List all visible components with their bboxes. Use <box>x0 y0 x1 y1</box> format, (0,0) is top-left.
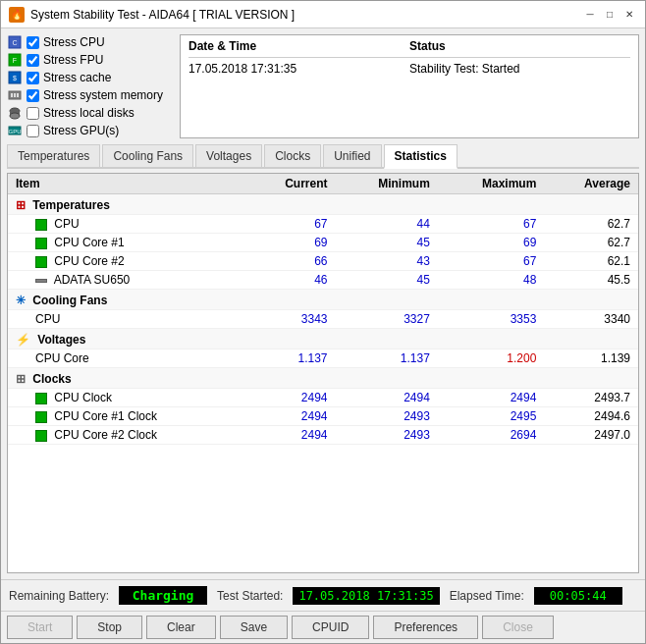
table-row: CPU Core 1.137 1.137 1.200 1.139 <box>8 349 638 368</box>
window-title: System Stability Test - AIDA64 [ TRIAL V… <box>30 8 295 22</box>
svg-text:F: F <box>13 57 17 64</box>
stress-cpu-checkbox[interactable] <box>27 36 39 49</box>
checkboxes-panel: C Stress CPU F Stress FPU $ <box>7 34 174 138</box>
window-controls[interactable]: ─ □ ✕ <box>582 7 637 23</box>
core1-clock-average: 2494.6 <box>544 407 638 426</box>
col-current: Current <box>246 174 335 194</box>
gpu-icon: GPU <box>7 123 23 138</box>
sysmem-icon <box>7 87 23 103</box>
status-test-value: Stability Test: Started <box>409 62 630 76</box>
battery-value: Charging <box>119 586 207 605</box>
col-item: Item <box>8 174 246 194</box>
clear-button[interactable]: Clear <box>146 616 216 639</box>
minimize-button[interactable]: ─ <box>582 7 598 23</box>
tab-cooling-fans[interactable]: Cooling Fans <box>102 144 193 167</box>
tab-statistics[interactable]: Statistics <box>384 144 458 169</box>
preferences-button[interactable]: Preferences <box>373 616 478 639</box>
cpu-icon: C <box>7 34 23 50</box>
core2-maximum: 67 <box>438 252 544 271</box>
tab-unified[interactable]: Unified <box>323 144 381 167</box>
status-bar: Remaining Battery: Charging Test Started… <box>1 579 645 611</box>
core1-minimum: 45 <box>335 234 437 252</box>
fan-maximum: 3353 <box>438 310 544 329</box>
svg-text:GPU: GPU <box>8 129 21 134</box>
volt-minimum: 1.137 <box>335 349 437 368</box>
svg-rect-7 <box>11 93 13 97</box>
section-voltages: ⚡ Voltages <box>8 329 638 349</box>
maximize-button[interactable]: □ <box>602 7 618 23</box>
svg-rect-9 <box>17 93 19 97</box>
status-datetime-value: 17.05.2018 17:31:35 <box>188 62 409 76</box>
table-row: CPU Core #2 Clock 2494 2493 2694 2497.0 <box>8 426 638 445</box>
core1-clock-maximum: 2495 <box>438 407 544 426</box>
adata-average: 45.5 <box>544 271 638 290</box>
stress-fpu-label: Stress FPU <box>43 53 103 67</box>
item-core1-clock: CPU Core #1 Clock <box>8 407 246 426</box>
checkbox-stress-cache[interactable]: $ Stress cache <box>7 70 174 85</box>
fan-current: 3343 <box>246 310 335 329</box>
cpuid-button[interactable]: CPUID <box>292 616 369 639</box>
table-row: CPU Core #1 69 45 69 62.7 <box>8 234 638 252</box>
tab-clocks[interactable]: Clocks <box>264 144 321 167</box>
stress-cpu-label: Stress CPU <box>43 35 105 49</box>
stress-fpu-checkbox[interactable] <box>27 54 39 67</box>
core2-clock-maximum: 2694 <box>438 426 544 445</box>
stress-local-checkbox[interactable] <box>27 107 39 120</box>
fan-minimum: 3327 <box>335 310 437 329</box>
item-cpu-clock: CPU Clock <box>8 389 246 407</box>
fan-average: 3340 <box>544 310 638 329</box>
main-window: 🔥 System Stability Test - AIDA64 [ TRIAL… <box>0 0 646 644</box>
tab-temperatures[interactable]: Temperatures <box>7 144 100 167</box>
section-cooling-fans: ✳ Cooling Fans <box>8 290 638 310</box>
cache-icon: $ <box>7 70 23 85</box>
checkbox-stress-cpu[interactable]: C Stress CPU <box>7 34 174 50</box>
checkbox-stress-gpu[interactable]: GPU Stress GPU(s) <box>7 123 174 138</box>
core1-current: 69 <box>246 234 335 252</box>
table-row: CPU Core #2 66 43 67 62.1 <box>8 252 638 271</box>
item-cpu-core1: CPU Core #1 <box>8 234 246 252</box>
status-row: 17.05.2018 17:31:35 Stability Test: Star… <box>188 62 630 76</box>
start-button[interactable]: Start <box>7 616 73 639</box>
table-row: ADATA SU650 46 45 48 45.5 <box>8 271 638 290</box>
close-button[interactable]: ✕ <box>621 7 637 23</box>
svg-rect-8 <box>14 93 16 97</box>
section-clocks: ⊞ Clocks <box>8 368 638 389</box>
table-row: CPU Core #1 Clock 2494 2493 2495 2494.6 <box>8 407 638 426</box>
core1-maximum: 69 <box>438 234 544 252</box>
clock-minimum: 2494 <box>335 389 437 407</box>
item-cpu-core-volt: CPU Core <box>8 349 246 368</box>
clock-section-label: Clocks <box>32 372 71 386</box>
adata-minimum: 45 <box>335 271 437 290</box>
tab-voltages[interactable]: Voltages <box>195 144 262 167</box>
core2-average: 62.1 <box>544 252 638 271</box>
core2-clock-average: 2497.0 <box>544 426 638 445</box>
test-started-value: 17.05.2018 17:31:35 <box>293 587 439 605</box>
stop-button[interactable]: Stop <box>77 616 142 639</box>
stress-sysmem-checkbox[interactable] <box>27 89 39 102</box>
item-cpu-core2: CPU Core #2 <box>8 252 246 271</box>
volt-section-label: Voltages <box>37 333 85 347</box>
close-button[interactable]: Close <box>482 616 554 639</box>
stress-cache-checkbox[interactable] <box>27 72 39 84</box>
save-button[interactable]: Save <box>220 616 288 639</box>
adata-maximum: 48 <box>438 271 544 290</box>
volt-maximum: 1.200 <box>438 349 544 368</box>
col-maximum: Maximum <box>438 174 544 194</box>
checkbox-stress-local[interactable]: Stress local disks <box>7 105 174 121</box>
checkbox-stress-sysmem[interactable]: Stress system memory <box>7 87 174 103</box>
checkbox-stress-fpu[interactable]: F Stress FPU <box>7 52 174 68</box>
col-average: Average <box>544 174 638 194</box>
stress-sysmem-label: Stress system memory <box>43 88 163 102</box>
temp-section-label: Temperatures <box>32 198 109 212</box>
stress-gpu-checkbox[interactable] <box>27 125 39 137</box>
status-header: Date & Time Status <box>188 39 630 58</box>
top-section: C Stress CPU F Stress FPU $ <box>7 34 639 138</box>
svg-text:$: $ <box>13 75 17 81</box>
core2-current: 66 <box>246 252 335 271</box>
volt-section-icon: ⚡ <box>16 333 30 347</box>
status-panel: Date & Time Status 17.05.2018 17:31:35 S… <box>180 34 639 138</box>
item-cpu: CPU <box>8 215 246 234</box>
svg-text:C: C <box>12 39 17 46</box>
app-icon: 🔥 <box>9 7 25 23</box>
content-area: C Stress CPU F Stress FPU $ <box>1 28 645 579</box>
